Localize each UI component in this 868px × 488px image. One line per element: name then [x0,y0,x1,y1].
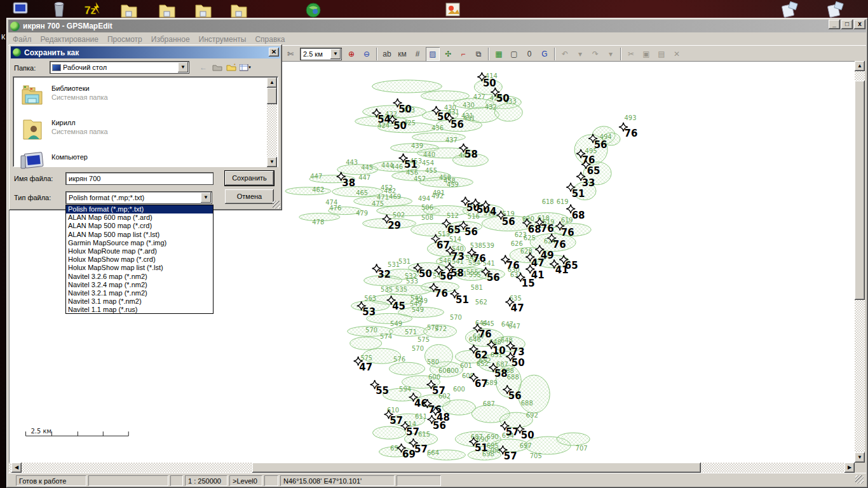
up-folder-icon[interactable] [211,62,224,73]
maximize-button[interactable]: □ [841,20,853,29]
scroll-down-icon[interactable]: ▼ [855,452,865,463]
filetype-option-1[interactable]: ALAN Map 600 map (*.ard) [66,214,213,222]
filetype-option-9[interactable]: Navitel 3.2.4 map (*.nm2) [66,281,213,289]
hatch-fill-icon[interactable]: ▨ [426,47,440,61]
dialog-titlebar[interactable]: Сохранить как [11,46,280,58]
menu-item-4[interactable]: Инструменты [194,34,251,45]
image-icon[interactable] [444,1,465,18]
views-icon[interactable]: ▾ [239,62,252,73]
filetype-option-6[interactable]: Holux MapShow map (*.crd) [66,255,213,264]
filetype-option-11[interactable]: Navitel 3.1 map (*.nm2) [66,297,213,306]
attach-icon[interactable]: 0 [522,47,536,61]
vertical-scroll-thumb[interactable] [855,81,865,300]
zoom-scale-combo[interactable]: 2.5 км▼ [300,48,342,60]
undo-drop-icon[interactable]: ▾ [573,47,587,61]
filetype-option-0[interactable]: Polish format (*.mp;*.txt) [66,205,213,214]
app-shortcut-icon[interactable] [779,1,801,18]
map-poi-label: 76 [553,239,566,250]
junction-icon[interactable]: ⌐ [456,47,470,61]
copy-icon[interactable]: ▣ [639,47,653,61]
map-area-label: 575 [417,336,430,343]
delete-icon[interactable]: ✕ [670,47,684,61]
close-button[interactable]: x [854,20,865,29]
grid-icon[interactable]: # [410,47,424,61]
menu-item-2[interactable]: Просмотр [103,34,147,45]
cut-icon[interactable]: ✂ [624,47,638,61]
map-poi-label: 65 [447,224,461,236]
redo-drop-icon[interactable]: ▾ [604,47,618,61]
map-area-label: 626 [511,240,523,247]
filetype-dropdown-list[interactable]: Polish format (*.mp;*.txt)ALAN Map 600 m… [65,205,214,314]
save-button[interactable]: Сохранить [225,171,274,186]
ruler-km-icon[interactable]: км [395,47,409,61]
dialog-resize-grip[interactable] [273,201,280,208]
zoom-scale-dropdown-icon[interactable]: ▼ [330,49,341,59]
file-list-scroll-up-icon[interactable]: ▲ [267,78,277,88]
menu-item-3[interactable]: Избранное [147,34,194,45]
google-icon[interactable]: G [538,47,552,61]
map-poi-label: 51 [572,188,585,200]
zoom-out-icon[interactable]: ⊖ [360,47,374,61]
window-resize-grip[interactable] [855,475,864,484]
menu-item-0[interactable]: Файл [8,34,36,45]
undo-icon[interactable]: ↶ [558,47,572,61]
filetype-option-7[interactable]: Holux MapShow map list (*.lst) [66,264,213,272]
folder-icon[interactable] [119,1,141,18]
scroll-left-icon[interactable]: ◀ [11,463,22,473]
clipped-tool-icon[interactable]: ✄ [283,47,297,61]
filetype-dropdown-icon[interactable]: ▼ [201,193,211,203]
status-section-2 [170,475,183,486]
zoom-in-icon[interactable]: ⊕ [344,47,358,61]
map-area-label: 574 [380,333,392,340]
folder-combobox[interactable]: Рабочий стол ▼ [50,61,189,74]
back-arrow-icon[interactable]: ← [197,62,210,73]
menu-item-5[interactable]: Справка [250,34,289,45]
filetype-option-2[interactable]: ALAN Map 500 map (*.crd) [66,222,213,230]
computer-icon[interactable] [11,1,33,18]
filetype-option-8[interactable]: Navitel 3.2.6 map (*.nm2) [66,273,213,281]
window-titlebar[interactable]: икрян 700 - GPSMapEdit [8,20,866,32]
folder-dropdown-icon[interactable]: ▼ [178,62,188,72]
horizontal-scroll-thumb[interactable] [252,463,701,473]
new-page-icon[interactable]: ▢ [507,47,521,61]
file-list[interactable]: ▲ ▼ БиблиотекиСистемная папкаКириллСисте… [13,76,278,167]
sevenzip-icon[interactable]: 7z [83,1,105,18]
filetype-option-12[interactable]: Navitel 1.1 map (*.rus) [66,306,213,314]
filename-input[interactable]: икрян 700 [65,172,214,185]
labels-ab-icon[interactable]: ab [380,47,394,61]
map-poi-label: 58 [451,268,464,279]
scroll-up-icon[interactable]: ▲ [855,61,865,71]
map-horizontal-scrollbar[interactable]: ◀ ▶ [9,463,855,473]
map-preview-icon[interactable]: ▦ [492,47,506,61]
cascade-windows-icon[interactable]: ⧉ [471,47,485,61]
filetype-option-4[interactable]: Garmin MapSource map (*.img) [66,239,213,247]
vertices-icon[interactable]: ✣ [441,47,455,61]
map-vertical-scrollbar[interactable]: ▲ ▼ [855,61,865,463]
file-list-item[interactable]: БиблиотекиСистемная папка [20,82,108,107]
folder-icon[interactable] [158,1,179,18]
folder-icon[interactable] [194,1,215,18]
filetype-option-5[interactable]: Holux MapRoute map (*.ard) [66,247,213,255]
folder-icon[interactable] [229,1,251,18]
menu-item-1[interactable]: Редактирование [36,34,103,45]
map-poi-label: 57 [432,385,445,396]
file-list-scrollbar[interactable]: ▲ ▼ [267,78,277,167]
app-shortcut-icon[interactable] [825,1,846,18]
file-list-scroll-down-icon[interactable]: ▼ [267,157,277,167]
file-list-item[interactable]: КириллСистемная папка [20,116,108,142]
filetype-option-10[interactable]: Navitel 3.2.1 map (*.nm2) [66,289,213,297]
paste-icon[interactable]: ▤ [654,47,668,61]
dialog-close-icon[interactable]: ✕ [269,48,279,57]
globe-icon[interactable] [304,1,325,18]
filetype-option-3[interactable]: ALAN Map 500 map list (*.lst) [66,231,213,239]
cancel-button[interactable]: Отмена [225,189,274,204]
scroll-right-icon[interactable]: ▶ [844,463,855,473]
filetype-combobox[interactable]: Polish format (*.mp;*.txt) ▼ [65,191,212,204]
status-section-0: Готов к работе [16,475,86,486]
minimize-button[interactable]: _ [829,20,840,29]
map-area-label: 687 [483,400,495,407]
file-list-scroll-thumb[interactable] [267,88,277,104]
redo-icon[interactable]: ↷ [588,47,602,61]
recycle-bin-icon[interactable] [50,1,71,18]
new-folder-icon[interactable]: * [225,62,238,73]
